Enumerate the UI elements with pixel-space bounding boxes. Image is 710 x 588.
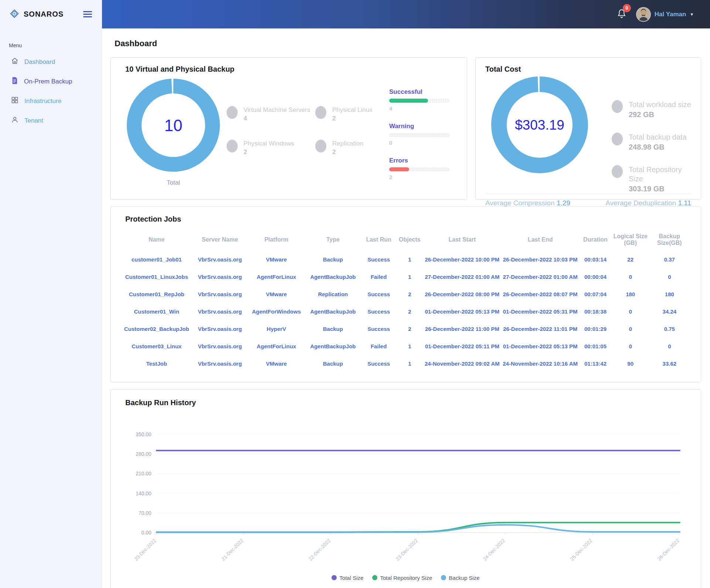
sidebar-item-label: Infrastructure [24, 98, 61, 105]
legend-item-physical-linux: Physical Linux2 [315, 106, 389, 123]
cell-1: VbrSrv.oasis.org [191, 303, 248, 320]
table-row: customer01_Job01VbrSrv.oasis.orgVMwareBa… [122, 251, 690, 268]
legend-dot [315, 106, 326, 119]
chart-legend-item[interactable]: Backup Size [441, 575, 479, 581]
legend-item-backup-data: Total backup data248.98 GB [612, 133, 691, 152]
cell-3: Backup [305, 355, 361, 372]
y-axis-tick-label: 140.00 [136, 490, 152, 496]
backup-run-history-chart: 350.00280.00210.00140.0070.000.0020-Dec-… [122, 408, 690, 574]
legend-item-vm-servers: Virtual Machine Servers4 [227, 106, 315, 123]
column-header: Duration [579, 229, 611, 251]
cell-2: AgentForLinux [248, 338, 305, 355]
legend-dot [227, 106, 238, 119]
cell-2: AgentForWindows [248, 303, 305, 320]
chart-legend-item[interactable]: Total Repository Size [372, 575, 432, 581]
cell-8: 00:00:04 [579, 268, 611, 286]
cell-8: 00:01:05 [579, 338, 611, 355]
status-successful: Successful 4 [389, 88, 452, 112]
cell-1: VbrSrv.oasis.org [191, 338, 248, 355]
backup-run-history-card: Backup Run History 350.00280.00210.00140… [110, 389, 701, 588]
table-row: Customer01_WinVbrSrv.oasis.orgAgentForWi… [122, 303, 690, 320]
hamburger-menu-icon[interactable] [83, 10, 92, 19]
cell-6: 01-December-2022 05:13 PM [423, 303, 501, 320]
column-header: Server Name [191, 229, 248, 251]
column-header: Backup Size(GB) [649, 229, 690, 251]
x-axis-tick-label: 22-Dec-2022 [308, 538, 332, 562]
cell-2: VMware [248, 251, 305, 268]
progress-bar [389, 99, 450, 103]
sidebar-item-infrastructure[interactable]: Infrastructure [0, 91, 102, 111]
total-cost-card: Total Cost $303.19 Total workload size29… [475, 57, 701, 200]
legend-dot [612, 133, 623, 146]
cell-9: 0 [612, 303, 649, 320]
x-axis-tick-label: 23-Dec-2022 [395, 538, 419, 562]
user-name: Hal Yaman [655, 11, 686, 18]
cell-9: 180 [612, 286, 649, 303]
cell-3: AgentBackupJob [305, 268, 361, 286]
cell-1: VbrSrv.oasis.org [191, 251, 248, 268]
cell-0: Customer01_RepJob [122, 286, 191, 303]
cell-9: 0 [612, 338, 649, 355]
sidebar-item-dashboard[interactable]: Dashboard [0, 52, 102, 72]
protection-jobs-table: NameServer NamePlatformTypeLast RunObjec… [122, 229, 690, 372]
avg-deduplication-value: 1.11 [678, 199, 691, 207]
cell-10: 0 [649, 338, 690, 355]
column-header: Last Run [361, 229, 396, 251]
backup-summary-card: 10 Virtual and Physical Backup 10 Total … [110, 57, 467, 200]
menu-section-label: Menu [9, 42, 102, 48]
column-header: Logical Size (GB) [612, 229, 649, 251]
sidebar-item-label: Dashboard [24, 58, 55, 66]
cell-5: 1 [396, 268, 423, 286]
cell-6: 26-December-2022 10:00 PM [423, 251, 501, 268]
legend-dot [315, 140, 326, 153]
cell-6: 26-December-2022 11:00 PM [423, 320, 501, 338]
cell-3: Backup [305, 320, 361, 338]
legend-dot [372, 575, 377, 580]
backup-donut-total-label: Total [167, 179, 180, 187]
progress-bar [389, 133, 450, 137]
notification-badge: 0 [623, 4, 631, 12]
brand-logo[interactable]: SONAROS [9, 8, 64, 21]
legend-label: Total Repository Size [380, 575, 432, 581]
cell-1: VbrSrv.oasis.org [191, 320, 248, 338]
sidebar-item-tenant[interactable]: Tenant [0, 111, 102, 130]
legend-label: Backup Size [449, 575, 479, 581]
table-header-row: NameServer NamePlatformTypeLast RunObjec… [122, 229, 690, 251]
cell-6: 27-December-2022 01:00 AM [423, 268, 501, 286]
bell-icon [617, 14, 626, 20]
cell-5: 1 [396, 251, 423, 268]
cell-9: 0 [612, 320, 649, 338]
cell-7: 26-December-2022 10:03 PM [501, 251, 579, 268]
chart-legend-item[interactable]: Total Size [332, 575, 363, 581]
home-icon [11, 57, 18, 66]
user-menu[interactable]: Hal Yaman ▾ [636, 7, 693, 22]
cell-4: Success [361, 286, 396, 303]
cell-10: 180 [649, 286, 690, 303]
cell-3: AgentBackupJob [305, 338, 361, 355]
cell-6: 24-November-2022 09:02 AM [423, 355, 501, 372]
table-row: TestJobVbrSrv.oasis.orgVMwareBackupSucce… [122, 355, 690, 372]
cell-10: 34.24 [649, 303, 690, 320]
cell-0: Customer03_Linux [122, 338, 191, 355]
cell-7: 27-December-2022 01:00 AM [501, 268, 579, 286]
grid-icon [11, 96, 18, 106]
avatar [636, 7, 651, 22]
x-axis-tick-label: 25-Dec-2022 [569, 538, 593, 562]
column-header: Last End [501, 229, 579, 251]
cell-1: VbrSrv.oasis.org [191, 286, 248, 303]
total-cost-amount: $303.19 [515, 117, 564, 133]
column-header: Platform [248, 229, 305, 251]
cell-4: Failed [361, 338, 396, 355]
total-cost-title: Total Cost [485, 65, 691, 74]
cell-9: 90 [612, 355, 649, 372]
job-status-summary: Successful 4 Warning 0 Errors 2 [389, 88, 452, 194]
sidebar-item-on-prem-backup[interactable]: On-Prem Backup [0, 72, 102, 91]
cell-8: 00:07:04 [579, 286, 611, 303]
notifications-button[interactable]: 0 [617, 8, 626, 20]
table-row: Customer03_LinuxVbrSrv.oasis.orgAgentFor… [122, 338, 690, 355]
cell-3: AgentBackupJob [305, 303, 361, 320]
cell-2: VMware [248, 355, 305, 372]
cell-4: Failed [361, 268, 396, 286]
cell-0: Customer02_BackupJob [122, 320, 191, 338]
cell-6: 26-December-2022 08:00 PM [423, 286, 501, 303]
